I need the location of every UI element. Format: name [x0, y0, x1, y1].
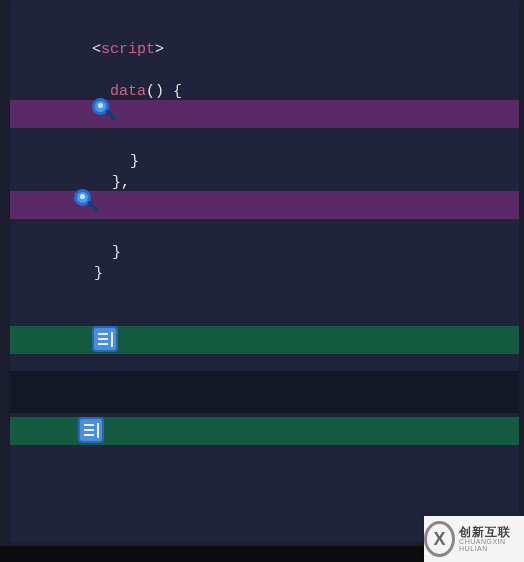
watermark-logo: X 创新互联 CHUANGXIN HULIAN — [424, 516, 524, 562]
search-icon[interactable] — [90, 98, 120, 128]
code-line: } — [10, 242, 519, 263]
dark-gap-bar — [10, 371, 519, 413]
code-area[interactable]: <script> data() { return { } }, methods:… — [10, 0, 519, 542]
code-line: } — [10, 130, 519, 151]
code-line: return { — [10, 81, 519, 102]
watermark-text-en: CHUANGXIN HULIAN — [459, 538, 524, 552]
code-line: data() { — [10, 60, 519, 81]
highlight-bar — [10, 326, 519, 354]
brace-close: } — [94, 265, 103, 282]
list-icon[interactable] — [92, 326, 118, 352]
list-icon[interactable] — [78, 417, 104, 443]
code-editor-pane: <script> data() { return { } }, methods:… — [0, 0, 524, 562]
watermark-text-cn: 创新互联 — [459, 526, 524, 538]
code-line-blank — [10, 39, 519, 60]
code-line: } — [10, 221, 519, 242]
code-line: <script> — [10, 18, 519, 39]
highlight-bar — [10, 100, 519, 128]
code-line: }, — [10, 151, 519, 172]
search-icon[interactable] — [72, 189, 102, 219]
watermark-glyph: X — [424, 521, 455, 557]
